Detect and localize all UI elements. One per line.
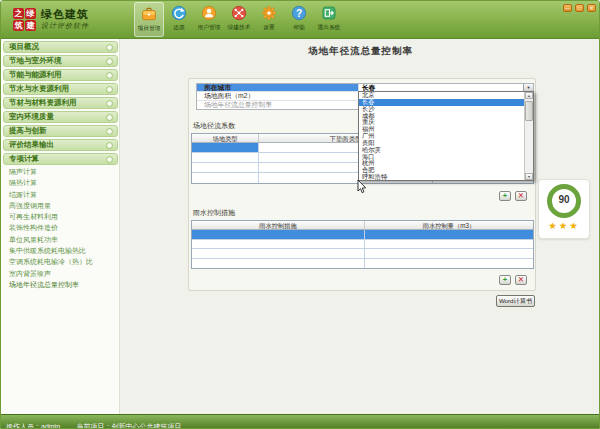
sidebar-group[interactable]: 节水与水资源利用 (3, 83, 118, 95)
table-row (192, 259, 533, 269)
mouse-cursor-icon (357, 180, 367, 194)
table-cell[interactable] (192, 249, 365, 258)
table-cell-selected[interactable] (365, 230, 533, 239)
rain-add-row-button[interactable]: + (499, 275, 511, 285)
sidebar-item[interactable]: 隔声计算 (1, 166, 116, 177)
scrollbar-thumb[interactable] (525, 101, 533, 121)
expand-circle-icon[interactable] (106, 58, 113, 65)
city-options: 北京 长春 长沙 成都 重庆 福州 广州 贵阳 哈尔滨 海口 杭州 合 (359, 92, 533, 181)
expand-circle-icon[interactable] (106, 128, 113, 135)
dropdown-option[interactable]: 北京 (359, 92, 526, 99)
question-icon: ? (291, 5, 307, 21)
table-cell[interactable] (192, 240, 365, 249)
expand-circle-icon[interactable] (106, 100, 113, 107)
sidebar-item[interactable]: 结露计算 (1, 189, 116, 200)
sidebar-group[interactable]: 专项计算 (3, 153, 118, 165)
toolbar-button-label: 退出系统 (318, 23, 341, 32)
runoff-section-label: 场地径流系数 (193, 121, 235, 131)
restore-icon (171, 5, 187, 21)
sidebar-group-label: 专项计算 (4, 154, 117, 164)
dropdown-option[interactable]: 呼和浩特 (359, 174, 526, 181)
toolbar-button-label: 还原 (173, 23, 184, 32)
dropdown-scrollbar[interactable]: ▲ ▼ (524, 92, 533, 180)
sidebar-group-label: 节能与能源利用 (4, 70, 117, 80)
table-row (192, 240, 533, 250)
toolbar-button-help[interactable]: ? 帮助 (284, 2, 314, 37)
rain-table: 雨水控制措施 雨水控制量（m3） (191, 220, 534, 269)
score-value: 90 (558, 194, 569, 205)
exit-icon (321, 5, 337, 21)
table-cell[interactable] (192, 153, 259, 162)
sidebar-group[interactable]: 节能与能源利用 (3, 69, 118, 81)
sidebar-groups: 项目概况 节地与室外环境 节能与能源利用 节水与水资源利用 (3, 41, 118, 167)
dropdown-option[interactable]: 长沙 (359, 106, 526, 113)
sidebar-group[interactable]: 室内环境质量 (3, 111, 118, 123)
expand-circle-icon[interactable] (106, 44, 113, 51)
dropdown-option[interactable]: 福州 (359, 126, 526, 133)
scroll-down-icon[interactable]: ▼ (525, 173, 533, 180)
sidebar-item[interactable]: 集中供暖系统耗电输热比 (1, 245, 116, 256)
toolbar: 之 绿 筑 建 绿色建筑 设计评价软件 项目管理 (1, 1, 600, 39)
dropdown-option[interactable]: 杭州 (359, 160, 526, 167)
sidebar-group-label: 评价结果输出 (4, 140, 117, 150)
sidebar-group[interactable]: 节地与室外环境 (3, 55, 118, 67)
app-logo: 之 绿 筑 建 绿色建筑 设计评价软件 (13, 8, 89, 31)
expand-circle-icon[interactable] (106, 114, 113, 121)
table-cell[interactable] (365, 259, 533, 269)
toolbar-button-user-manage[interactable]: 用户管理 (194, 2, 224, 37)
sidebar-group-label: 节材与材料资源利用 (4, 98, 117, 108)
scroll-up-icon[interactable]: ▲ (525, 92, 533, 99)
table-cell-selected[interactable] (192, 143, 259, 152)
maximize-button[interactable]: □ (575, 4, 584, 12)
app-title: 绿色建筑 (41, 8, 89, 21)
table-cell[interactable] (365, 249, 533, 258)
dropdown-option[interactable]: 哈尔滨 (359, 147, 526, 154)
runoff-delete-row-button[interactable]: ✕ (515, 191, 527, 201)
sidebar-group[interactable]: 节材与材料资源利用 (3, 97, 118, 109)
user-icon (201, 5, 217, 21)
sidebar-item[interactable]: 可再生材料利用 (1, 211, 116, 222)
toolbar-button-exit[interactable]: 退出系统 (314, 2, 344, 37)
property-label: 场地年径流总量控制率 (197, 101, 359, 109)
expand-circle-icon[interactable] (106, 72, 113, 79)
expand-circle-icon[interactable] (106, 142, 113, 149)
expand-circle-icon[interactable] (106, 156, 113, 163)
table-cell[interactable] (192, 163, 259, 172)
sidebar-group[interactable]: 项目概况 (3, 41, 118, 53)
sidebar-item[interactable]: 室内背景噪声 (1, 268, 116, 279)
minimize-button[interactable]: — (563, 4, 572, 12)
sidebar-group[interactable]: 提高与创新 (3, 125, 118, 137)
word-report-button[interactable]: Word计算书 (496, 295, 535, 307)
logo-tile: 筑 (13, 20, 24, 31)
sidebar-item[interactable]: 装饰性构件造价 (1, 222, 116, 233)
score-ring: 90 (547, 184, 581, 218)
dropdown-option[interactable]: 海口 (359, 154, 526, 161)
expand-circle-icon[interactable] (106, 86, 113, 93)
sidebar-item[interactable]: 场地年径流总量控制率 (1, 279, 116, 290)
score-card: 90 ★★★ (538, 179, 590, 239)
table-cell-selected[interactable] (192, 230, 365, 239)
dropdown-option[interactable]: 重庆 (359, 119, 526, 126)
dropdown-option[interactable]: 长春 (359, 99, 526, 106)
toolbar-button-green-tech[interactable]: 绿建技术 (224, 2, 254, 37)
toolbar-button-restore[interactable]: 还原 (164, 2, 194, 37)
sidebar-item[interactable]: 高强度钢用量 (1, 200, 116, 211)
toolbar-button-project-manage[interactable]: 项目管理 (134, 2, 164, 37)
sidebar-item[interactable]: 空调系统耗电输冷（热）比 (1, 256, 116, 267)
close-button[interactable]: ✕ (587, 4, 596, 12)
dropdown-option[interactable]: 成都 (359, 113, 526, 120)
table-cell[interactable] (192, 173, 259, 183)
molecule-icon (231, 5, 247, 21)
sidebar-item[interactable]: 隔热计算 (1, 177, 116, 188)
dropdown-option[interactable]: 广州 (359, 133, 526, 140)
toolbar-button-settings[interactable]: 设置 (254, 2, 284, 37)
runoff-add-row-button[interactable]: + (499, 191, 511, 201)
sidebar-group[interactable]: 评价结果输出 (3, 139, 118, 151)
sidebar-item[interactable]: 单位风量耗功率 (1, 234, 116, 245)
toolbar-button-label: 用户管理 (198, 23, 221, 32)
rain-delete-row-button[interactable]: ✕ (515, 275, 527, 285)
table-cell[interactable] (365, 240, 533, 249)
logo-tiles-icon: 之 绿 筑 建 (13, 8, 36, 31)
dropdown-option[interactable]: 贵阳 (359, 140, 526, 147)
table-cell[interactable] (192, 259, 365, 269)
